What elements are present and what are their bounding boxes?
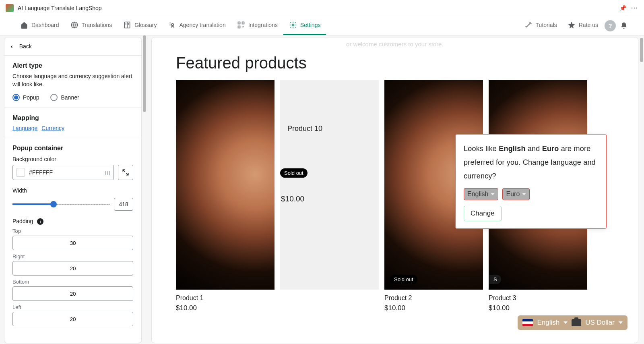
book-icon [123,21,131,29]
pad-top-label: Top [12,228,133,234]
radio-popup[interactable]: Popup [12,94,39,101]
featured-heading: Featured products [176,54,614,72]
eyedropper-icon[interactable]: ◫ [105,169,110,176]
product-title: Product 1 [176,294,275,302]
pad-right-input[interactable] [12,261,133,276]
app-logo-icon [6,4,14,12]
product-card[interactable]: Product 1 $10.00 [176,80,275,312]
product-title: Product 2 [384,294,483,302]
slider-thumb[interactable] [50,201,57,207]
pad-left-input[interactable] [12,312,133,326]
main-nav: Dashboard Translations Glossary Agency t… [0,16,644,35]
pad-right-label: Right [12,253,133,259]
product-price: $10.00 [384,304,483,312]
nav-glossary[interactable]: Glossary [118,16,162,35]
radio-banner[interactable]: Banner [50,94,79,101]
color-swatch [16,168,25,177]
width-value[interactable]: 418 [114,198,133,211]
alert-type-desc: Choose language and currency suggestion … [12,73,133,88]
sold-out-badge: S [489,275,501,284]
more-menu-icon[interactable]: ··· [631,5,638,11]
popup-language-select[interactable]: English [464,188,498,200]
product-price: $10.00 [489,304,587,312]
chevron-down-icon [491,193,495,195]
chevron-down-icon [619,321,623,324]
svg-rect-3 [242,22,244,24]
currency-icon [572,319,581,326]
nav-translations[interactable]: Translations [65,16,118,35]
svg-rect-4 [238,26,240,28]
sold-out-badge: Sold out [280,168,308,178]
padding-label: Padding i [12,218,133,225]
suggestion-popup: Looks like English and Euro are more pre… [455,134,607,229]
pad-left-label: Left [12,304,133,310]
radio-icon [12,94,20,101]
product-title: Product 10 [280,124,379,133]
bell-icon[interactable] [618,20,630,31]
language-currency-switcher[interactable]: English US Dollar [518,315,627,330]
nav-agency[interactable]: Agency translation [162,16,231,35]
nav-dashboard[interactable]: Dashboard [14,16,65,35]
faded-hero-text: or welcome customers to your store. [176,37,614,52]
product-card[interactable]: Product 10 Sold out $10.00 [280,80,379,312]
settings-sidebar: ‹ Back Alert type Choose language and cu… [4,37,142,343]
pad-bottom-label: Bottom [12,279,133,285]
product-image [176,80,275,290]
link-currency[interactable]: Currency [41,125,64,131]
popup-change-button[interactable]: Change [464,206,502,221]
nav-settings[interactable]: Settings [283,16,326,35]
product-title: Product 3 [489,294,587,302]
popup-currency-select[interactable]: Euro [502,188,530,200]
bgcolor-label: Background color [12,156,133,162]
expand-button[interactable] [118,165,133,180]
product-price: $10.00 [176,304,275,312]
width-slider[interactable] [12,201,110,208]
back-button[interactable]: ‹ Back [4,37,141,56]
star-icon [568,21,576,29]
sidebar-scrollbar[interactable] [142,35,149,344]
gear-icon [289,21,297,29]
wand-icon [524,21,533,29]
nav-tutorials[interactable]: Tutorials [520,21,561,30]
popup-message: Looks like English and Euro are more pre… [464,142,598,183]
sold-out-badge: Sold out [390,275,417,284]
width-label: Width [12,187,133,194]
alert-type-heading: Alert type [12,62,133,69]
bgcolor-input[interactable]: #FFFFFF ◫ [12,165,114,180]
nav-rate[interactable]: Rate us [564,21,602,30]
chevron-left-icon: ‹ [11,43,13,50]
svg-point-5 [292,24,294,26]
mapping-heading: Mapping [12,114,133,122]
flag-icon [522,319,533,326]
pad-bottom-input[interactable] [12,286,133,301]
svg-rect-2 [238,22,240,24]
help-icon[interactable]: ? [605,20,616,31]
globe-icon [70,21,78,29]
expand-icon [122,168,130,176]
home-icon [20,21,28,29]
preview-pane: or welcome customers to your store. Feat… [151,37,638,343]
product-image: Product 10 Sold out $10.00 [280,80,379,290]
link-language[interactable]: Language [12,125,37,131]
preview-scrollbar[interactable] [638,35,644,344]
app-header: AI Language Translate LangShop 📌 ··· [0,0,644,16]
popup-container-heading: Popup container [12,145,133,152]
pin-icon[interactable]: 📌 [619,5,626,11]
agency-icon [168,21,176,29]
info-icon[interactable]: i [37,218,43,225]
integrations-icon [237,21,245,29]
radio-icon [50,94,58,101]
nav-integrations[interactable]: Integrations [231,16,283,35]
product-price: $10.00 [280,178,379,203]
pad-top-input[interactable] [12,236,133,250]
chevron-down-icon [522,193,526,195]
app-title: AI Language Translate LangShop [18,5,619,11]
chevron-down-icon [564,321,568,324]
